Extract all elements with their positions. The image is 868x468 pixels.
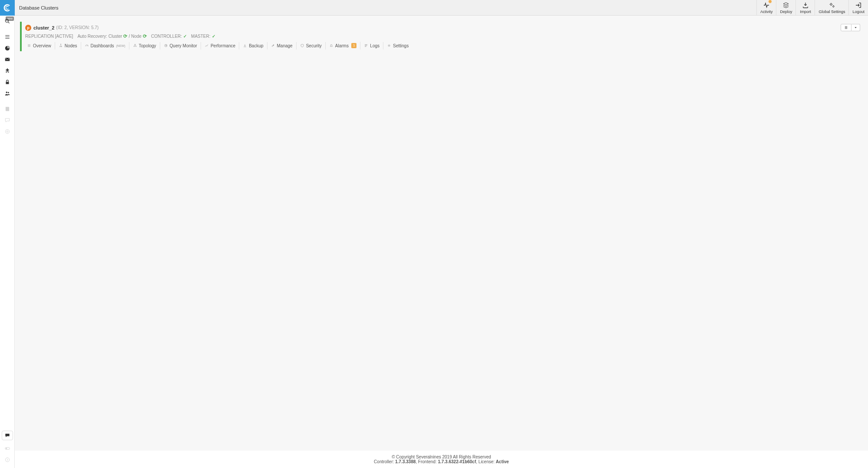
nav-deploy[interactable]: Deploy bbox=[776, 0, 795, 15]
nav-import-label: Import bbox=[800, 10, 811, 14]
nav-global-settings-label: Global Settings bbox=[818, 10, 845, 14]
nav-global-settings[interactable]: Global Settings bbox=[815, 0, 848, 15]
svg-point-1 bbox=[833, 6, 834, 7]
nav-activity[interactable]: Activity bbox=[756, 0, 776, 15]
nav-activity-label: Activity bbox=[760, 10, 773, 14]
app-logo[interactable] bbox=[0, 0, 15, 16]
activity-badge bbox=[768, 0, 772, 3]
nav-logout-label: Logout bbox=[852, 10, 865, 14]
import-icon bbox=[802, 2, 809, 9]
page-title: Database Clusters bbox=[15, 5, 59, 10]
nav-deploy-label: Deploy bbox=[780, 10, 792, 14]
top-header: Database Clusters Activity Deploy Import bbox=[0, 0, 868, 16]
svg-point-0 bbox=[830, 3, 832, 5]
top-nav: Activity Deploy Import Global Settings L… bbox=[756, 0, 868, 15]
deploy-icon bbox=[782, 2, 789, 9]
nav-logout[interactable]: Logout bbox=[848, 0, 868, 15]
gears-icon bbox=[828, 2, 835, 9]
logo-swirl-icon bbox=[3, 3, 12, 12]
nav-import[interactable]: Import bbox=[795, 0, 815, 15]
logout-icon bbox=[855, 2, 862, 9]
